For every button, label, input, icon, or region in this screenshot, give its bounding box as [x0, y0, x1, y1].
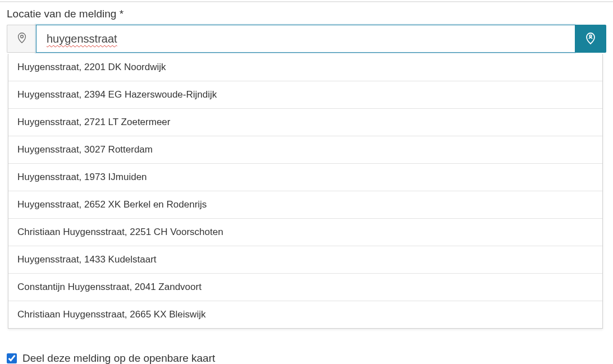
- location-suggestion-item[interactable]: Huygensstraat, 2201 DK Noordwijk: [8, 54, 602, 81]
- use-current-location-button[interactable]: [7, 25, 36, 53]
- location-search-row: huygensstraat: [7, 25, 606, 53]
- share-on-public-map-checkbox[interactable]: [7, 353, 17, 363]
- location-field-label: Locatie van de melding *: [7, 8, 606, 20]
- location-suggestion-item[interactable]: Christiaan Huygensstraat, 2251 CH Voorsc…: [8, 219, 602, 246]
- location-suggestion-item[interactable]: Huygensstraat, 1973 IJmuiden: [8, 164, 602, 191]
- location-suggestion-item[interactable]: Constantijn Huygensstraat, 2041 Zandvoor…: [8, 274, 602, 301]
- location-pin-icon: [16, 31, 28, 46]
- location-suggestion-item[interactable]: Huygensstraat, 2721 LT Zoetermeer: [8, 109, 602, 136]
- map-pin-person-icon: [584, 31, 597, 47]
- share-on-public-map-label: Deel deze melding op de openbare kaart: [22, 352, 215, 364]
- form-section: Locatie van de melding * huygensstraat: [0, 2, 613, 364]
- location-suggestions-dropdown: Huygensstraat, 2201 DK NoordwijkHuygenss…: [8, 54, 603, 329]
- location-suggestion-item[interactable]: Huygensstraat, 3027 Rotterdam: [8, 136, 602, 164]
- location-suggestion-item[interactable]: Christiaan Huygensstraat, 2665 KX Bleisw…: [8, 301, 602, 328]
- location-suggestion-item[interactable]: Huygensstraat, 2652 XK Berkel en Rodenri…: [8, 191, 602, 219]
- location-suggestion-item[interactable]: Huygensstraat, 1433 Kudelstaart: [8, 246, 602, 274]
- svg-point-1: [589, 35, 592, 37]
- share-row: Deel deze melding op de openbare kaart: [7, 352, 606, 364]
- svg-point-0: [20, 35, 23, 38]
- location-search-input[interactable]: huygensstraat: [36, 25, 575, 53]
- locate-on-map-button[interactable]: [575, 25, 606, 53]
- location-suggestion-item[interactable]: Huygensstraat, 2394 EG Hazerswoude-Rijnd…: [8, 81, 602, 109]
- location-search-input-value: huygensstraat: [47, 33, 117, 45]
